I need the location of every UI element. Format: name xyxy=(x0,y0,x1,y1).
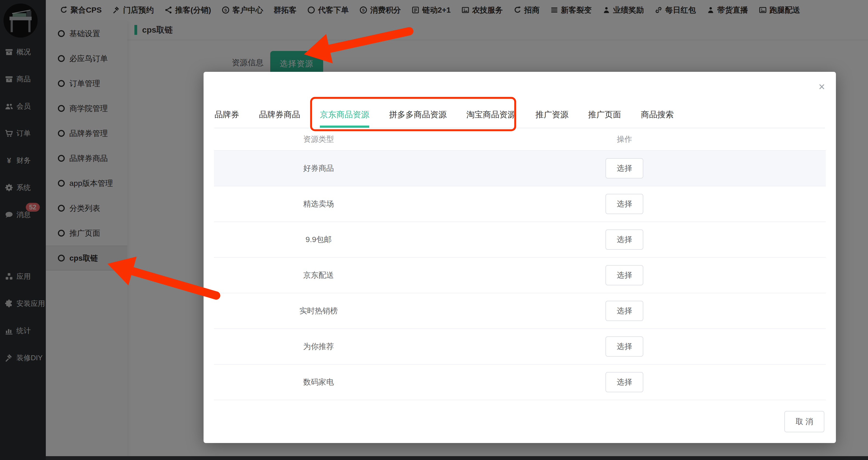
resource-tab[interactable]: 推广资源 xyxy=(535,109,568,128)
resource-tab[interactable]: 推广页面 xyxy=(588,109,621,128)
select-button[interactable]: 选择 xyxy=(606,158,643,178)
resource-type-cell: 实时热销榜 xyxy=(214,306,423,316)
table-row: 数码家电 选择 xyxy=(214,365,826,400)
resource-type-cell: 为你推荐 xyxy=(214,341,423,352)
table-row: 9.9包邮 选择 xyxy=(214,222,826,258)
resource-picker-dialog: × 品牌券 品牌券商品 京东商品资源 拼多多商品资源 淘宝商品资源 推广资源 推… xyxy=(204,72,836,443)
resource-tab[interactable]: 京东商品资源 xyxy=(320,109,369,128)
resource-type-cell: 精选卖场 xyxy=(214,199,423,209)
resource-tab[interactable]: 拼多多商品资源 xyxy=(389,109,446,128)
table-row: 实时热销榜 选择 xyxy=(214,293,826,329)
select-button[interactable]: 选择 xyxy=(606,301,643,321)
resource-type-cell: 京东配送 xyxy=(214,270,423,281)
resource-tabs: 品牌券 品牌券商品 京东商品资源 拼多多商品资源 淘宝商品资源 推广资源 推广页… xyxy=(215,109,825,128)
select-button[interactable]: 选择 xyxy=(606,265,643,285)
cancel-button[interactable]: 取 消 xyxy=(784,411,825,432)
resource-tab[interactable]: 品牌券商品 xyxy=(259,109,300,128)
table-body: 好券商品 选择 精选卖场 选择 9.9包邮 选择 xyxy=(214,151,826,400)
column-header-resource-type: 资源类型 xyxy=(214,134,423,144)
close-icon[interactable]: × xyxy=(818,81,825,92)
resource-type-cell: 9.9包邮 xyxy=(214,234,423,245)
table-header-row: 资源类型 操作 xyxy=(214,128,826,151)
select-button[interactable]: 选择 xyxy=(606,336,643,357)
resource-type-cell: 数码家电 xyxy=(214,377,423,387)
table-row: 京东配送 选择 xyxy=(214,258,826,293)
select-button[interactable]: 选择 xyxy=(606,194,643,214)
resource-tab[interactable]: 品牌券 xyxy=(215,109,239,128)
select-button[interactable]: 选择 xyxy=(606,229,643,250)
table-row: 为你推荐 选择 xyxy=(214,329,826,365)
resource-tab[interactable]: 淘宝商品资源 xyxy=(466,109,516,128)
table-row: 好券商品 选择 xyxy=(214,151,826,187)
resource-table: 资源类型 操作 好券商品 选择 精选卖场 选择 xyxy=(214,128,826,400)
resource-type-cell: 好券商品 xyxy=(214,163,423,173)
resource-tab[interactable]: 商品搜索 xyxy=(641,109,674,128)
table-row: 精选卖场 选择 xyxy=(214,187,826,222)
select-button[interactable]: 选择 xyxy=(606,372,643,392)
column-header-action: 操作 xyxy=(423,134,826,144)
